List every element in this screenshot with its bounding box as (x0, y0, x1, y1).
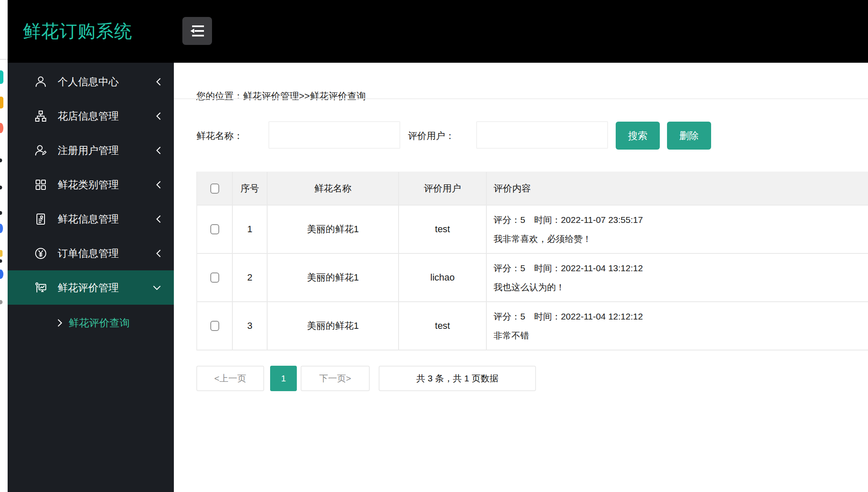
document-icon (34, 212, 47, 226)
bookmark-icon (0, 300, 3, 304)
bookmark-icon (0, 270, 3, 279)
sidebar-item-label: 订单信息管理 (58, 247, 119, 260)
table-row: 3 美丽的鲜花1 test 评分：5 时间：2022-11-04 12:12:1… (197, 302, 868, 350)
pagination-summary: 共 3 条，共 1 页数据 (379, 366, 536, 391)
sidebar-toggle-button[interactable] (182, 17, 212, 45)
chevron-left-icon (155, 214, 162, 224)
table-row: 1 美丽的鲜花1 test 评分：5 时间：2022-11-07 23:55:1… (197, 206, 868, 254)
main-content: 您的位置：鲜花评价管理>>鲜花评价查询 鲜花名称： 评价用户： 搜索 删除 序号… (174, 63, 868, 492)
collapse-menu-icon (188, 23, 206, 39)
sidebar-item-label: 鲜花信息管理 (58, 212, 119, 226)
chevron-left-icon (155, 248, 162, 259)
delete-button[interactable]: 删除 (667, 122, 711, 150)
bookmark-icon (0, 123, 3, 133)
app-header: 鲜花订购系统 (8, 0, 868, 63)
bookmark-icon (0, 250, 3, 257)
row-checkbox[interactable] (210, 224, 219, 234)
cell-flower-name: 美丽的鲜花1 (268, 206, 399, 253)
header-review-content: 评价内容 (487, 172, 868, 205)
select-all-checkbox[interactable] (210, 183, 219, 194)
chevron-left-icon (155, 77, 162, 87)
cell-review-user: test (399, 206, 487, 253)
row-checkbox[interactable] (210, 272, 219, 283)
sitemap-icon (34, 109, 47, 123)
sidebar-subitem-flower-review-query[interactable]: 鲜花评价查询 (8, 305, 174, 341)
sidebar-item-label: 鲜花评价管理 (58, 281, 119, 295)
sidebar-item-order-info[interactable]: 订单信息管理 (8, 236, 174, 270)
cell-no: 3 (233, 302, 268, 350)
sidebar-item-flower-info[interactable]: 鲜花信息管理 (8, 202, 174, 236)
row-checkbox-cell (197, 206, 233, 253)
user-icon (34, 75, 47, 89)
bookmark-icon (0, 158, 2, 162)
header-review-user: 评价用户 (399, 172, 487, 205)
chevron-left-icon (155, 111, 162, 121)
row-checkbox[interactable] (210, 321, 219, 331)
prev-page-button[interactable]: <上一页 (196, 366, 264, 391)
chevron-left-icon (155, 180, 162, 190)
review-meta: 评分：5 时间：2022-11-04 12:12:12 (494, 307, 643, 326)
header-checkbox-cell (197, 172, 233, 205)
pagination: <上一页 1 下一页> 共 3 条，共 1 页数据 (196, 366, 536, 391)
header-flower-name: 鲜花名称 (268, 172, 399, 205)
bookmark-icon (0, 211, 2, 215)
cell-flower-name: 美丽的鲜花1 (268, 254, 399, 301)
review-comment: 非常不错 (494, 326, 529, 345)
row-checkbox-cell (197, 254, 233, 301)
search-button[interactable]: 搜索 (616, 122, 660, 150)
sidebar-item-label: 花店信息管理 (58, 109, 119, 123)
submenu-item-label: 鲜花评价查询 (69, 316, 130, 330)
bookmark-icon (0, 70, 3, 84)
sidebar-item-flower-category[interactable]: 鲜花类别管理 (8, 167, 174, 202)
app-title: 鲜花订购系统 (23, 19, 132, 43)
cell-no: 1 (233, 206, 268, 253)
breadcrumb: 您的位置：鲜花评价管理>>鲜花评价查询 (196, 90, 366, 103)
bookmark-icon (0, 97, 3, 108)
chevron-down-icon (152, 284, 162, 291)
user-edit-icon (34, 144, 47, 157)
sidebar-item-shop-info[interactable]: 花店信息管理 (8, 99, 174, 133)
cell-no: 2 (233, 254, 268, 301)
bookmark-icon (0, 186, 2, 189)
table-row: 2 美丽的鲜花1 lichao 评分：5 时间：2022-11-04 13:12… (197, 254, 868, 302)
review-user-label: 评价用户： (408, 130, 455, 142)
row-checkbox-cell (197, 302, 233, 350)
chart-board-icon (34, 281, 47, 295)
review-user-input[interactable] (476, 121, 608, 149)
yen-circle-icon (34, 247, 47, 260)
sidebar-item-label: 个人信息中心 (58, 75, 119, 89)
cell-review-content: 评分：5 时间：2022-11-04 12:12:12 非常不错 (487, 302, 868, 350)
cell-flower-name: 美丽的鲜花1 (268, 302, 399, 350)
bookmark-icon (0, 259, 2, 263)
review-comment: 我非常喜欢，必须给赞！ (494, 229, 592, 248)
browser-edge-strip (0, 0, 8, 492)
arrow-right-icon (56, 318, 63, 328)
bookmark-icon (0, 224, 3, 233)
review-meta: 评分：5 时间：2022-11-04 13:12:12 (494, 259, 643, 278)
grid-icon (34, 178, 47, 192)
review-table: 序号 鲜花名称 评价用户 评价内容 1 美丽的鲜花1 test 评分：5 时间：… (196, 172, 868, 350)
sidebar-item-label: 鲜花类别管理 (58, 178, 119, 192)
review-meta: 评分：5 时间：2022-11-07 23:55:17 (494, 210, 643, 229)
divider (174, 98, 868, 99)
review-comment: 我也这么认为的！ (494, 278, 565, 297)
cell-review-content: 评分：5 时间：2022-11-04 13:12:12 我也这么认为的！ (487, 254, 868, 301)
cell-review-content: 评分：5 时间：2022-11-07 23:55:17 我非常喜欢，必须给赞！ (487, 206, 868, 253)
next-page-button[interactable]: 下一页> (301, 366, 370, 391)
sidebar: 个人信息中心 花店信息管理 (8, 63, 174, 492)
cell-review-user: lichao (399, 254, 487, 301)
cell-review-user: test (399, 302, 487, 350)
edge-divider (0, 59, 8, 60)
table-header-row: 序号 鲜花名称 评价用户 评价内容 (197, 172, 868, 206)
current-page-button[interactable]: 1 (270, 366, 297, 391)
sidebar-item-flower-review[interactable]: 鲜花评价管理 (8, 270, 174, 305)
flower-name-input[interactable] (268, 121, 400, 149)
sidebar-item-personal-info[interactable]: 个人信息中心 (8, 64, 174, 99)
page: 鲜花订购系统 个人信息中心 (0, 0, 868, 492)
chevron-left-icon (155, 145, 162, 156)
header-no: 序号 (233, 172, 268, 205)
sidebar-item-registered-users[interactable]: 注册用户管理 (8, 133, 174, 167)
sidebar-item-label: 注册用户管理 (58, 144, 119, 157)
flower-name-label: 鲜花名称： (196, 130, 243, 142)
